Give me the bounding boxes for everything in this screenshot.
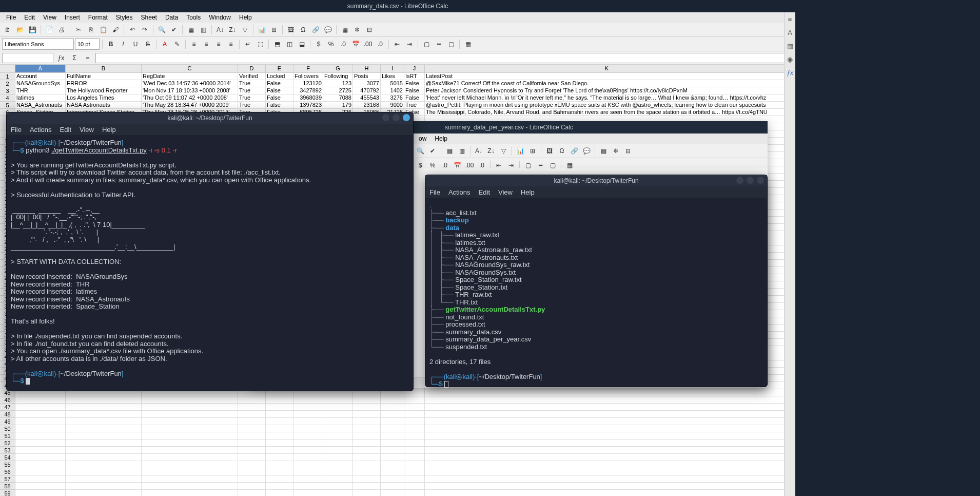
close-icon[interactable] [757, 177, 764, 184]
sidebar-properties-icon[interactable]: ≡ [786, 14, 795, 24]
cell[interactable] [381, 432, 404, 440]
comment-icon[interactable]: 💬 [322, 24, 334, 35]
indent-dec-icon[interactable]: ⇤ [391, 39, 403, 50]
close-icon[interactable] [403, 114, 410, 121]
autofilter-icon[interactable]: ▽ [239, 24, 250, 35]
cell[interactable] [142, 461, 238, 468]
cell[interactable] [404, 447, 425, 454]
cell[interactable] [142, 468, 238, 475]
term-menu-actions[interactable]: Actions [30, 126, 52, 133]
col-header-J[interactable]: J [404, 65, 425, 73]
cell[interactable]: 470792 [353, 87, 381, 94]
cell[interactable]: Posts [353, 73, 381, 80]
cell[interactable]: Los Angeles Times [66, 94, 142, 102]
cell[interactable] [323, 447, 353, 454]
menu-file[interactable]: File [2, 13, 20, 22]
cell[interactable] [15, 411, 66, 418]
cell[interactable]: False [404, 87, 425, 94]
cell[interactable] [425, 490, 789, 496]
cell[interactable] [381, 396, 404, 404]
cell[interactable] [425, 425, 789, 432]
cell[interactable] [323, 461, 353, 468]
cell[interactable] [142, 447, 238, 454]
row-header[interactable]: 46 [0, 396, 15, 404]
cell[interactable] [404, 425, 425, 432]
chart-icon[interactable]: 📊 [256, 24, 267, 35]
cell[interactable] [142, 432, 238, 440]
cell[interactable] [142, 490, 238, 496]
clone-format-icon[interactable]: 🖌 [110, 24, 121, 35]
cell[interactable] [15, 425, 66, 432]
cell[interactable] [293, 454, 323, 461]
cell[interactable] [142, 440, 238, 447]
minimize-icon[interactable] [382, 114, 389, 121]
cell[interactable]: Locked [266, 73, 293, 80]
row-header[interactable]: 1 [0, 73, 15, 80]
cell[interactable] [323, 396, 353, 404]
cell[interactable]: latimes [15, 94, 66, 102]
cell[interactable] [66, 475, 142, 483]
cell[interactable]: Followers [293, 73, 323, 80]
row-header[interactable]: 4 [0, 94, 15, 102]
spellcheck-icon[interactable]: ✔ [427, 145, 438, 157]
percent-icon[interactable]: % [325, 39, 337, 50]
col-header-D[interactable]: D [238, 65, 266, 73]
row-icon[interactable]: ▦ [444, 145, 455, 157]
cell[interactable]: 123 [323, 80, 353, 87]
cell[interactable]: @astro_Pettit: Playing in moon dirt usin… [425, 102, 789, 109]
cell[interactable] [381, 411, 404, 418]
cell-reference-input[interactable] [2, 53, 53, 63]
cell[interactable]: False [266, 102, 293, 109]
minimize-icon[interactable] [736, 177, 743, 184]
strike-icon[interactable]: S [142, 39, 153, 50]
cell[interactable] [404, 404, 425, 411]
headers-icon[interactable]: ▦ [339, 24, 350, 35]
comment-icon[interactable]: 💬 [581, 145, 592, 157]
term2-titlebar[interactable]: kali@kali: ~/Desktop/TwiterFun [425, 175, 767, 186]
equals-icon[interactable]: = [82, 52, 93, 64]
cell[interactable] [266, 425, 293, 432]
cell[interactable] [293, 404, 323, 411]
cell[interactable] [381, 490, 404, 496]
row-header[interactable]: 2 [0, 80, 15, 87]
row-header[interactable]: 53 [0, 447, 15, 454]
term-menu-actions[interactable]: Actions [448, 188, 471, 196]
col-header-A[interactable]: A [15, 65, 66, 73]
row-header[interactable]: 57 [0, 475, 15, 483]
cell[interactable] [404, 440, 425, 447]
row-header[interactable]: 54 [0, 454, 15, 461]
cell[interactable] [381, 461, 404, 468]
cell[interactable]: Following [323, 73, 353, 80]
menu-sheet[interactable]: Sheet [137, 13, 161, 22]
cell[interactable] [66, 468, 142, 475]
menu-insert[interactable]: Insert [61, 13, 84, 22]
cell[interactable] [353, 418, 381, 425]
align-right-icon[interactable]: ≡ [213, 39, 224, 50]
cell[interactable] [381, 418, 404, 425]
cell[interactable] [353, 483, 381, 490]
cell[interactable]: 3427892 [293, 87, 323, 94]
term1-titlebar[interactable]: kali@kali: ~/Desktop/TwiterFun [7, 112, 413, 124]
row-header[interactable]: 47 [0, 404, 15, 411]
cell[interactable] [425, 404, 789, 411]
cell[interactable] [293, 447, 323, 454]
cell[interactable] [15, 475, 66, 483]
cell[interactable] [15, 418, 66, 425]
maximize-icon[interactable] [393, 114, 400, 121]
col-header-F[interactable]: F [293, 65, 323, 73]
redo-icon[interactable]: ↷ [139, 24, 150, 35]
underline-icon[interactable]: U [130, 39, 141, 50]
autofilter-icon[interactable]: ▽ [498, 145, 509, 157]
term2-menu[interactable]: FileActionsEditViewHelp [425, 186, 767, 198]
sidebar-navigator-icon[interactable]: ◉ [786, 54, 795, 64]
cell[interactable] [142, 418, 238, 425]
cell[interactable] [142, 396, 238, 404]
cell[interactable] [142, 454, 238, 461]
cell[interactable] [293, 468, 323, 475]
cell[interactable] [266, 418, 293, 425]
menu-format[interactable]: Format [84, 13, 112, 22]
font-size-combo[interactable] [75, 39, 100, 50]
cell[interactable] [142, 483, 238, 490]
cell[interactable] [404, 475, 425, 483]
cell[interactable] [15, 490, 66, 496]
